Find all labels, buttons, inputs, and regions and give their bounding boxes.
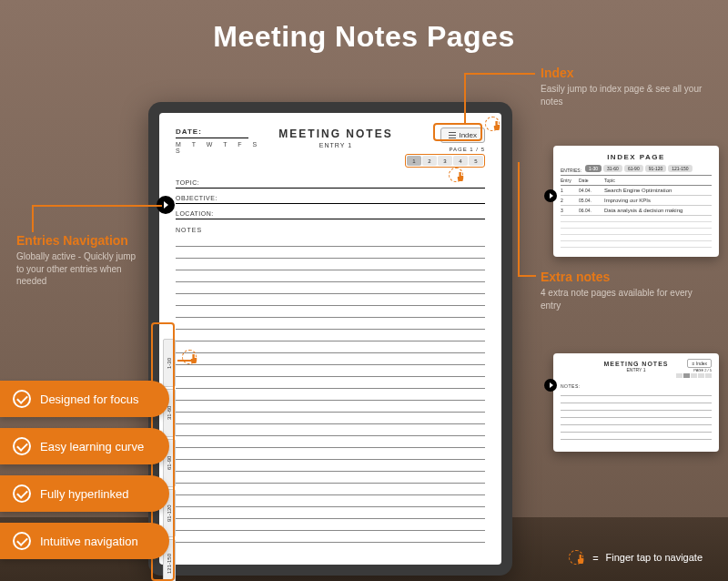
table-row[interactable]: 3 06.04. Data analysis & decision making [561,206,712,216]
page-tabs: 1 2 3 4 5 [405,154,485,168]
preview-tab[interactable]: 31-60 [603,165,622,172]
nav-dot-icon[interactable] [544,189,557,202]
tap-icon [449,168,465,184]
feature-label: Easy learning curve [40,440,144,454]
check-icon [13,484,31,503]
feature-label: Intuitive navigation [40,535,138,548]
page-title: Meeting Notes Pages [0,20,728,54]
date-label: DATE: [176,127,248,138]
notes-section-label: NOTES [176,227,485,233]
callout-extra: Extra notes 4 extra note pages available… [541,270,713,311]
index-button-label: Index [459,131,477,139]
index-button[interactable]: Index [440,127,485,143]
tap-icon [485,117,501,133]
col-entry: Entry [561,178,579,183]
feature-navigation: Intuitive navigation [0,523,169,559]
connector-line [32,205,162,207]
tap-icon [569,550,585,566]
feature-label: Designed for focus [40,392,138,406]
preview-notes-lines [561,389,712,440]
callout-index: Index Easily jump to index page & see al… [541,66,713,107]
check-icon [13,437,31,455]
preview-extra-card: MEETING NOTES ENTRY 1 ≡ Index PAGE 2 / 5… [553,353,719,452]
callout-nav: Entries Navigation Globally active - Qui… [16,233,144,288]
page-tab-3[interactable]: 3 [438,156,452,166]
table-row[interactable]: 1 04.04. Search Engine Optimization [561,186,712,196]
callout-extra-title: Extra notes [541,270,713,284]
callout-nav-title: Entries Navigation [16,233,144,248]
preview-tab[interactable]: 91-120 [645,165,667,172]
feature-list: Designed for focus Easy learning curve F… [0,381,169,559]
tap-legend-text: Finger tap to navigate [606,552,703,564]
entry-label: ENTRY 1 [267,142,405,148]
cell-date: 05.04. [579,198,604,203]
page-tab-1[interactable]: 1 [407,156,421,166]
preview-extra-entry: ENTRY 1 [599,367,674,372]
tap-legend: = Finger tap to navigate [569,550,703,566]
callout-nav-text: Globally active - Quickly jump to your o… [16,250,144,288]
connector-line [464,73,466,123]
preview-page-info: PAGE 2 / 5 [674,368,713,372]
callout-index-title: Index [541,66,713,80]
location-field[interactable]: LOCATION: [176,208,485,219]
connector-line [518,162,520,275]
notes-heading: MEETING NOTES [267,127,405,140]
feature-label: Fully hyperlinked [40,487,129,501]
topic-field[interactable]: TOPIC: [176,177,485,189]
entries-label: ENTRIES: [561,168,581,173]
preview-index-title: INDEX PAGE [561,153,712,161]
connector-line [32,205,34,232]
cell-entry: 3 [561,208,579,213]
cell-date: 06.04. [579,208,604,213]
page-tab-4[interactable]: 4 [453,156,468,166]
col-date: Date [579,178,604,183]
table-row[interactable]: 2 05.04. Improving our KPIs [561,196,712,206]
preview-tab[interactable]: 121-150 [668,165,692,172]
page-tab-5[interactable]: 5 [469,156,483,166]
preview-table-header: Entry Date Topic [561,175,712,186]
connector-line [518,275,536,277]
notes-lines[interactable] [176,235,485,543]
feature-hyperlinked: Fully hyperlinked [0,475,169,512]
cell-date: 04.04. [579,188,604,193]
page-info: PAGE 1 / 5 [405,147,485,152]
check-icon [13,390,31,408]
cell-entry: 2 [561,198,579,203]
equals-sign: = [592,553,598,564]
callout-index-text: Easily jump to index page & see all your… [541,83,713,107]
preview-tab[interactable]: 61-90 [624,165,643,172]
nav-dot-icon[interactable] [544,379,557,392]
check-icon [13,532,31,550]
callout-extra-text: 4 extra note pages available for every e… [541,287,713,311]
cell-entry: 1 [561,188,579,193]
preview-index-button[interactable]: ≡ Index [687,359,712,368]
cell-topic: Search Engine Optimization [604,188,712,193]
cell-topic: Data analysis & decision making [604,208,712,213]
preview-extra-title: MEETING NOTES [599,361,674,367]
objective-field[interactable]: OBJECTIVE: [176,192,485,204]
feature-focus: Designed for focus [0,381,169,417]
weekdays-row: M T W T F S S [176,141,267,154]
preview-tab[interactable]: 1-30 [585,165,602,172]
col-topic: Topic [604,178,712,183]
list-icon [449,132,456,138]
feature-learning: Easy learning curve [0,428,169,464]
cell-topic: Improving our KPIs [604,198,712,203]
page-tab-2[interactable]: 2 [422,156,437,166]
connector-line [464,73,535,75]
tap-icon [182,350,198,366]
preview-index-card: INDEX PAGE ENTRIES: 1-30 31-60 61-90 91-… [553,146,719,257]
